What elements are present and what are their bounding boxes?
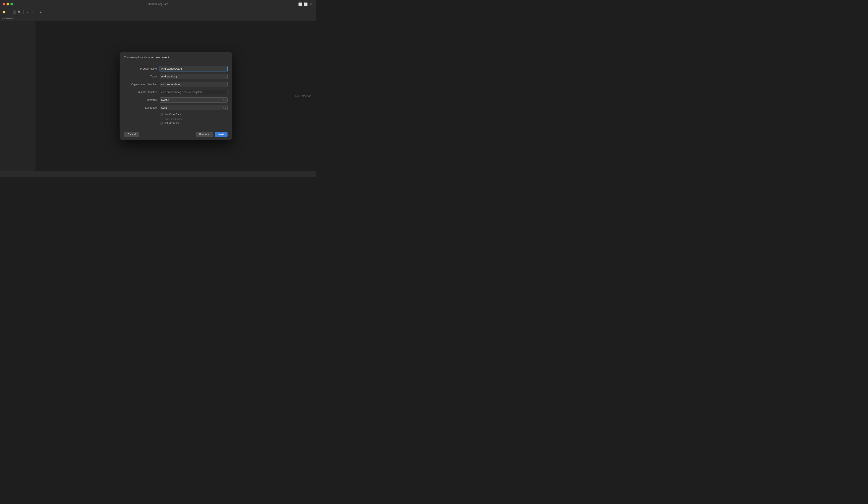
new-project-dialog: Choose options for your new project: Pro… — [120, 52, 232, 140]
editor-area: Choose options for your new project: Pro… — [36, 21, 316, 171]
previous-button[interactable]: Previous — [196, 132, 213, 137]
include-tests-label: Include Tests — [164, 122, 179, 125]
language-label: Language: — [124, 106, 160, 109]
forward-icon[interactable]: › — [31, 10, 35, 14]
modal-body: Product Name: Team: Andrew Hoog — [120, 61, 232, 129]
bundle-identifier-label: Bundle Identifier: — [124, 91, 160, 94]
modal-overlay: Choose options for your new project: Pro… — [36, 21, 316, 171]
host-in-cloudkit-item: Host in CloudKit — [160, 117, 228, 120]
search-icon[interactable]: 🔍 — [17, 10, 22, 14]
org-identifier-input[interactable] — [160, 82, 228, 87]
product-name-control — [160, 66, 228, 71]
cancel-button[interactable]: Cancel — [124, 132, 140, 137]
team-control: Andrew Hoog ⌃⌄ — [160, 74, 228, 79]
no-selection-bar: No Selection — [0, 16, 316, 21]
checkbox-group: Use Core Data Host in CloudKit Include T… — [160, 113, 228, 125]
no-selection-text: No Selection — [2, 17, 15, 20]
statusbar — [0, 171, 316, 177]
modal-footer: Cancel Previous Next — [120, 129, 232, 140]
sidebar — [0, 21, 36, 171]
app-window: AndrewHoogCard ⬜ ⬜ ⚙ 📁 + ⬛ 🔍 ‹ › ▶ No Se… — [0, 0, 316, 177]
toolbar-separator-2 — [37, 10, 37, 14]
bundle-identifier-row: Bundle Identifier: — [124, 90, 228, 95]
product-name-input[interactable] — [160, 66, 228, 71]
minimize-button[interactable] — [7, 3, 9, 6]
close-button[interactable] — [3, 3, 5, 6]
use-core-data-label: Use Core Data — [164, 113, 181, 116]
toolbar: 📁 + ⬛ 🔍 ‹ › ▶ — [0, 8, 316, 16]
maximize-button[interactable] — [10, 3, 13, 6]
org-identifier-row: Organization Identifier: — [124, 82, 228, 87]
interface-select[interactable]: SwiftUI Storyboard — [160, 97, 228, 103]
language-control: Swift Objective-C ⌃⌄ — [160, 105, 228, 110]
modal-header: Choose options for your new project: — [120, 52, 232, 61]
settings-icon[interactable]: ⚙ — [310, 2, 313, 6]
main-area: Choose options for your new project: Pro… — [0, 21, 316, 171]
host-in-cloudkit-checkbox[interactable] — [160, 117, 163, 120]
window-title: AndrewHoogCard — [147, 3, 168, 6]
include-tests-item: Include Tests — [160, 122, 228, 125]
interface-control: SwiftUI Storyboard ⌃⌄ — [160, 97, 228, 103]
team-label: Team: — [124, 75, 160, 78]
interface-row: Interface: SwiftUI Storyboard ⌃⌄ — [124, 97, 228, 103]
run-icon[interactable]: ▶ — [39, 10, 43, 14]
org-identifier-control — [160, 82, 228, 87]
traffic-lights — [3, 3, 13, 6]
language-select[interactable]: Swift Objective-C — [160, 105, 228, 110]
team-select[interactable]: Andrew Hoog — [160, 74, 228, 79]
use-core-data-checkbox[interactable] — [160, 113, 163, 116]
include-tests-checkbox[interactable] — [160, 122, 163, 124]
toolbar-separator — [23, 10, 24, 14]
product-name-row: Product Name: — [124, 66, 228, 71]
back-icon[interactable]: ‹ — [25, 10, 30, 14]
org-identifier-label: Organization Identifier: — [124, 83, 160, 86]
titlebar-icons: ⬜ ⬜ ⚙ — [298, 2, 313, 6]
product-name-label: Product Name: — [124, 67, 160, 70]
host-in-cloudkit-label: Host in CloudKit — [164, 117, 183, 120]
bundle-identifier-input — [160, 90, 228, 95]
language-row: Language: Swift Objective-C ⌃⌄ — [124, 105, 228, 110]
filter-icon[interactable]: ⬛ — [12, 10, 17, 14]
use-core-data-item: Use Core Data — [160, 113, 228, 116]
footer-right-buttons: Previous Next — [196, 132, 227, 137]
interface-label: Interface: — [124, 99, 160, 102]
modal-title: Choose options for your new project: — [124, 56, 170, 59]
sidebar-toggle-icon[interactable]: ⬜ — [298, 2, 302, 6]
inspector-toggle-icon[interactable]: ⬜ — [304, 2, 307, 6]
next-button[interactable]: Next — [215, 132, 228, 137]
titlebar: AndrewHoogCard ⬜ ⬜ ⚙ — [0, 0, 316, 8]
team-row: Team: Andrew Hoog ⌃⌄ — [124, 74, 228, 79]
add-icon[interactable]: + — [7, 10, 11, 14]
bundle-identifier-control — [160, 90, 228, 95]
folder-icon[interactable]: 📁 — [2, 10, 6, 14]
